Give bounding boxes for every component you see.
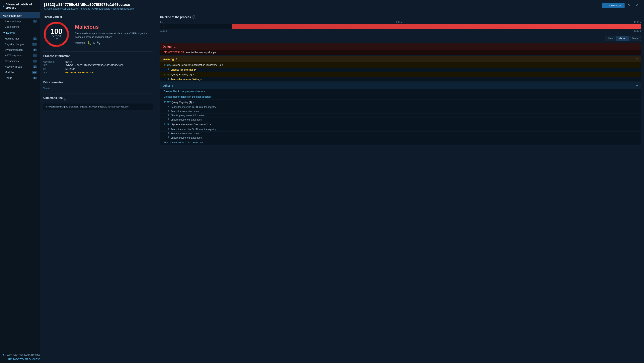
t1012-sub3: └ Checks proxy server information [160,114,641,118]
process-tree-1812[interactable]: [1812] A8347795e62fd5ea607f98... [0,357,40,362]
sidebar-title: Advanced details of process [6,3,38,9]
il-label: IL: [43,68,63,70]
timeline-help-icon[interactable]: ? [192,15,196,19]
header-title-block: [1812] a8347795e62fd5ea607f98579c1d49ec.… [44,2,134,10]
header-actions: ⬇ Download ? ✕ [602,2,640,8]
deep-button[interactable]: Deep [629,36,641,41]
other-header[interactable]: Other 5 ▼ [160,82,641,89]
timeline-mid: 13.96 s [394,21,402,23]
sidebar-item-code-signing[interactable]: Code signing [0,24,40,30]
t1012-other-link[interactable]: T1012 [164,101,170,104]
left-panel: Threat Verdict 100 OUT OF 100 Malicious [40,12,156,363]
t1012-sub1-text: Reads the machine GUID from the registry [170,106,216,108]
score-circle: 100 OUT OF 100 [43,21,69,47]
t1016-sub-text: Checks for external IP [170,68,196,71]
t1082-sub1-text: Reads the machine GUID from the registry [170,128,216,131]
version-label: Version: [43,87,52,90]
file-info-title: File information [43,80,153,84]
t1012-warning-item: T1012 Query Registry (1) ▼ [160,72,641,78]
copy-icon[interactable]: ⎘ [64,98,65,101]
debug-badge: 0 [33,76,37,80]
t1082-title: System Information Discovery (3) [172,123,208,126]
t1016-title: System Network Configuration Discovery (… [172,64,221,66]
t1012-warning-expand-icon: ▼ [193,73,195,76]
t1012-sub1: └ Reads the machine GUID from the regist… [160,105,641,109]
t1012-warning-sub: └ Reads the Internet Settings [160,78,641,82]
indicator-swords-icon: ⚔ [92,41,95,45]
danger-header[interactable]: Danger 1 [160,43,641,50]
event-group-other: Other 5 ▼ Creates files in the program d… [160,82,641,146]
t1012-sub4-text: Checks supported languages [170,118,202,121]
process-info-title: Process information [43,54,153,58]
verdict-description: The score is an approximate value calcul… [75,32,153,39]
threat-verdict: 100 OUT OF 100 Malicious The score is an… [43,21,153,47]
t1012-warning-sub-text: Reads the Internet Settings [170,78,202,81]
group-button[interactable]: Group [616,36,629,41]
creates-files-program-item: Creates files in the program directory [160,89,641,94]
t1012-sub4: └ Checks supported languages [160,118,641,122]
sidebar-item-http-requests[interactable]: HTTP requests 1 [0,53,40,58]
process-tree: ▼ [1968] A8347795e62fd5ea607f98... [1812… [0,351,40,363]
divider-1 [43,51,153,52]
t1082-link[interactable]: T1082 [164,123,170,126]
back-arrow-icon[interactable]: ◀ [2,4,4,8]
timeline-bar-start: 13.96 s [160,30,167,32]
warning-label: Warning [163,58,174,61]
fickerstealer-link[interactable]: FICKERSTEALER [164,51,184,54]
timeline-bar[interactable] [160,24,641,29]
warning-header[interactable]: Warning 2 ▼ [160,56,641,62]
sidebar-item-network-threats[interactable]: Network threats 2 [0,64,40,70]
timeline-marker-2 [163,25,164,28]
t1082-sub2-text: Reads the computer name [170,132,199,135]
threat-verdict-title: Threat Verdict [43,15,153,18]
t1012-sub3-text: Checks proxy server information [170,114,205,117]
download-icon: ⬇ [606,4,608,7]
event-group-danger: Danger 1 FICKERSTEALER detected by memor… [160,43,641,55]
t1012-warning-title: Query Registry (1) [172,73,192,76]
sidebar-item-main-information[interactable]: Main information [0,12,40,18]
t1016-link[interactable]: T1016 [164,64,170,66]
sidebar-item-debug[interactable]: Debug 0 [0,75,40,81]
download-label: Download [609,4,621,7]
t1016-sub: └ Checks for external IP [160,68,641,72]
creates-files-program-text: Creates files in the program directory [164,90,205,93]
t1012-warning-link[interactable]: T1012 [164,73,170,76]
timeline-bar-end: 93.32 s [634,30,641,32]
process-tree-1968-prefix: [1968] [6,354,12,356]
sidebar-item-registry-changes[interactable]: Registry changes 22 [0,42,40,47]
other-expand-icon: ▼ [636,84,638,87]
t1012-other-title: Query Registry (4) [172,101,192,104]
verdict-info: Malicious The score is an approximate va… [75,24,153,45]
view-button[interactable]: View [605,36,616,41]
sidebar: ◀ Advanced details of process Main infor… [0,0,40,363]
indicators-label: Indicators: [75,42,86,44]
events-section-label[interactable]: ▼ Events [0,30,40,36]
sidebar-item-modules[interactable]: Modules 66 [0,70,40,75]
help-button[interactable]: ? [626,2,632,8]
http-requests-badge: 1 [33,54,37,57]
process-tree-1968[interactable]: ▼ [1968] A8347795e62fd5ea607f98... [0,352,40,357]
lsa-protection-text: The process checks LSA protection [164,141,203,144]
download-button[interactable]: ⬇ Download [602,3,624,8]
top-header: [1812] a8347795e62fd5ea607f98579c1d49ec.… [40,0,644,12]
timeline-marker-1 [162,25,162,28]
content-area: Threat Verdict 100 OUT OF 100 Malicious [40,12,644,363]
right-panel: Timeline of the process ? 0 s 13.96 s 93… [156,12,644,363]
sidebar-item-modified-files[interactable]: Modified files 2 [0,36,40,42]
view-controls: View Group Deep [160,36,641,41]
t1012-other-expand-icon: ▼ [193,101,195,104]
modules-badge: 66 [32,71,37,74]
t1012-sub2-text: Reads the computer name [170,110,199,113]
verdict-label: Malicious [75,24,153,30]
t1082-expand-icon: ▼ [209,123,212,126]
sidebar-item-process-dump[interactable]: Process dump 2 [0,18,40,24]
command-line-section: Command line ⎘ "C:\Users\admin\AppData\L… [43,96,153,110]
process-path: C:\Users\admin\AppData\Local\Temp\a83477… [44,8,134,10]
close-button[interactable]: ✕ [634,2,640,8]
sidebar-item-connections[interactable]: Connections 1 [0,58,40,64]
command-line-title: Command line [43,96,62,100]
sidebar-item-synchronization[interactable]: Synchronization 9 [0,47,40,53]
events-arrow-icon: ▼ [3,31,6,34]
process-tree-1812-label: A8347795e62fd5ea607f98... [13,358,40,360]
other-count: 5 [172,84,173,87]
